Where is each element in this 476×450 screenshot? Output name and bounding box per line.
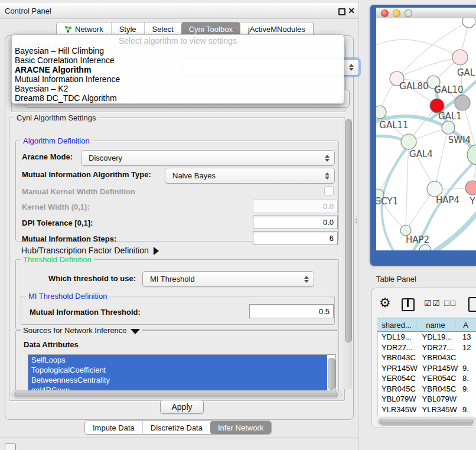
network-view-window: GALGAL80GAL10GAL1SWI4GAL11GAL4GCY1HAP4YH… (370, 5, 476, 266)
mi-algorithm-type-combobox[interactable]: Naive Bayes (165, 168, 335, 184)
node-label: GAL11 (379, 120, 408, 131)
control-panel-titlebar: Control Panel ✕ (0, 3, 358, 19)
table-row[interactable]: YBL079WYBL079W (378, 394, 476, 405)
table-row[interactable]: YER054CYER054C8. (378, 373, 476, 384)
panel-title: Control Panel (5, 6, 51, 15)
select-all-icon[interactable]: ☑☑ (424, 298, 441, 308)
table-icon[interactable] (468, 297, 476, 312)
tab-label: Cyni Toolbox (189, 25, 233, 34)
network-edge[interactable] (434, 213, 476, 250)
float-window-icon[interactable] (338, 8, 345, 15)
which-threshold-label: Which threshold to use: (48, 274, 136, 283)
dpi-tolerance-label: DPI Tolerance [0,1]: (22, 219, 93, 227)
tab-label: Style (119, 25, 136, 34)
table-row[interactable]: YDR27...YDR27...12 (378, 343, 476, 353)
dpi-tolerance-field[interactable]: 0.0 (253, 216, 338, 229)
network-canvas[interactable]: GALGAL80GAL10GAL1SWI4GAL11GAL4GCY1HAP4YH… (376, 18, 476, 250)
tab-cyni-toolbox[interactable]: Cyni Toolbox (181, 22, 240, 35)
network-graph[interactable]: GALGAL80GAL10GAL1SWI4GAL11GAL4GCY1HAP4YH… (376, 18, 476, 250)
attributes-scrollbar[interactable] (328, 357, 334, 392)
table-row[interactable]: YPR145WYPR145W9. (378, 363, 476, 374)
tab-impute-data[interactable]: Impute Data (85, 421, 142, 434)
network-node-y[interactable] (465, 181, 476, 195)
network-node[interactable] (455, 95, 470, 110)
mi-threshold-field[interactable]: 0.5 (249, 304, 334, 318)
network-node[interactable] (467, 145, 476, 165)
hub-definition-expander[interactable]: Hub/Transcription Factor Definition (21, 246, 159, 255)
table-row[interactable]: YLR345WYLR345W9. (378, 405, 476, 415)
table-row[interactable]: YDL19...YDL19...13 (378, 332, 476, 343)
cyni-mode-tabs: Impute DataDiscretize DataInfer Network (84, 420, 272, 435)
algorithm-option[interactable]: Dream8 DC_TDC Algorithm (12, 93, 344, 103)
algorithm-option[interactable]: Mutual Information Inference (12, 74, 344, 84)
tab-style[interactable]: Style (111, 22, 144, 35)
table-row[interactable]: YBR043CYBR043C (378, 353, 476, 363)
panel-splitter-handle[interactable] (356, 217, 358, 224)
split-columns-icon[interactable] (402, 298, 415, 311)
settings-vertical-scrollbar[interactable] (344, 119, 352, 389)
gear-icon[interactable]: ⚙ (379, 295, 391, 311)
threshold-definition-group: Threshold Definition Which threshold to … (15, 259, 339, 330)
table-cell: 9. (459, 364, 476, 373)
algorithm-option[interactable]: ARACNE Algorithm (12, 65, 344, 74)
tab-select[interactable]: Select (144, 22, 181, 35)
table-cell: YIL052C (378, 415, 419, 416)
column-header[interactable]: shared... (377, 321, 416, 330)
tab-infer-network[interactable]: Infer Network (210, 421, 271, 434)
which-threshold-value: MI Threshold (150, 272, 195, 286)
algorithm-option[interactable]: Bayesian – Hill Climbing (12, 46, 344, 56)
table-header-row: shared...nameA (377, 318, 476, 332)
table-panel: ⚙ ☑☑ □□ shared...nameA YDL19...YDL19...1… (371, 288, 476, 428)
table-panel-title: Table Panel (376, 275, 416, 283)
manual-kernel-checkbox[interactable] (324, 186, 334, 195)
attribute-item[interactable]: TopologicalCoefficient (28, 365, 327, 375)
which-threshold-combobox[interactable]: MI Threshold (142, 271, 314, 287)
tab-discretize-data[interactable]: Discretize Data (142, 421, 210, 434)
attribute-item[interactable]: BetweennessCentrality (28, 375, 327, 385)
network-node[interactable] (419, 244, 431, 250)
tab-label: jActiveMNodules (248, 25, 305, 34)
tab-label: Network (75, 25, 103, 34)
table-cell: YBR043C (378, 353, 419, 362)
table-row[interactable]: YBR045CYBR045C9. (378, 384, 476, 394)
node-label: GAL4 (409, 149, 433, 159)
minimize-traffic-light-icon[interactable] (393, 9, 400, 17)
network-node-gal11[interactable] (376, 106, 386, 119)
network-edge[interactable] (435, 128, 448, 189)
settings-horizontal-scrollbar[interactable] (11, 390, 342, 399)
network-node-gal[interactable] (452, 50, 468, 65)
network-node-gal4[interactable] (401, 134, 416, 149)
aracne-mode-combobox[interactable]: Discovery (81, 150, 335, 166)
combo-arrows-icon (304, 276, 309, 283)
tab-network[interactable]: Network (57, 22, 111, 35)
mi-steps-field[interactable]: 6 (253, 231, 338, 245)
table-cell: 8. (459, 374, 476, 383)
zoom-traffic-light-icon[interactable] (405, 9, 412, 17)
kernel-width-field[interactable]: 0.0 (253, 200, 338, 213)
tab-jactivemnodules[interactable]: jActiveMNodules (240, 22, 313, 35)
panel-divider (0, 437, 358, 438)
network-edge[interactable] (406, 142, 409, 230)
network-node[interactable] (462, 18, 475, 28)
algorithm-option[interactable]: Basic Correlation Inference (12, 56, 344, 65)
close-icon[interactable]: ✕ (348, 6, 355, 15)
column-header[interactable]: name (416, 321, 455, 330)
network-window-titlebar[interactable] (376, 8, 476, 19)
network-node-swi4[interactable] (442, 121, 455, 134)
data-attributes-list[interactable]: SelfLoopsTopologicalCoefficientBetweenne… (28, 354, 336, 396)
network-edge[interactable] (376, 40, 460, 57)
apply-button[interactable]: Apply (160, 400, 204, 414)
application-window: Control Panel ✕ NetworkStyleSelectCyni T… (0, 0, 476, 450)
deselect-all-icon[interactable]: □□ (444, 298, 457, 308)
node-label: GAL10 (434, 84, 463, 95)
attribute-item[interactable]: SelfLoops (28, 355, 327, 365)
table-horizontal-scrollbar[interactable] (377, 418, 476, 426)
algorithm-definition-title: Algorithm Definition (21, 136, 92, 145)
table-row[interactable]: YIL052CYIL052C0 (378, 415, 476, 416)
algorithm-option[interactable]: Bayesian – K2 (12, 84, 344, 93)
table-cell: 13 (459, 332, 476, 341)
minimized-panel-icon[interactable] (5, 444, 16, 450)
column-header[interactable]: A (455, 321, 476, 330)
settings-group-title: Cyni Algorithm Settings (14, 113, 98, 122)
close-traffic-light-icon[interactable] (381, 9, 389, 17)
